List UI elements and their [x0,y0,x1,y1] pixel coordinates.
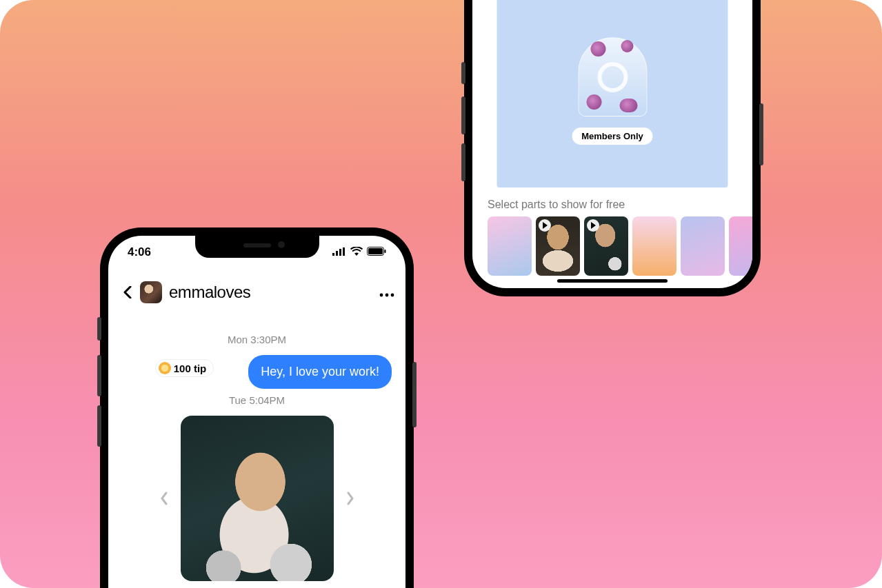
phone-side-button [759,103,763,165]
phone-side-button [97,355,101,396]
phone-side-button [461,97,465,134]
chat-timestamp: Mon 3:30PM [122,334,392,345]
wifi-icon [350,245,363,259]
svg-point-9 [391,294,394,297]
phone-screen: 4:06 emmaloves [108,236,405,588]
back-button[interactable] [119,284,136,301]
outgoing-message: Hey, I love your work! [248,355,392,389]
play-icon [539,219,551,232]
chat-timestamp: Tue 5:04PM [122,389,392,406]
select-parts-label: Select parts to show for free [488,199,625,211]
chat-header: emmaloves [108,274,405,310]
more-horizontal-icon [379,293,394,297]
svg-point-7 [380,294,383,297]
members-only-badge: Members Only [572,128,653,145]
cellular-icon [332,245,346,259]
thumbnail-item[interactable] [488,216,532,276]
battery-icon [367,245,386,259]
carousel-prev-button[interactable] [154,489,174,508]
chevron-left-icon [123,286,132,298]
thumbnail-item[interactable] [729,216,752,276]
media-carousel [122,416,392,581]
thumbnail-item[interactable] [584,216,628,276]
more-button[interactable] [379,283,394,301]
tip-badge: 100 tip [155,359,214,377]
play-icon [587,219,599,232]
svg-rect-5 [368,248,383,254]
tip-amount-label: 100 tip [174,363,207,374]
svg-rect-1 [336,251,338,256]
status-time: 4:06 [128,245,151,259]
thumbnail-item[interactable] [536,216,580,276]
phone-screen: Members Only Select parts to show for fr… [472,0,752,288]
carousel-next-button[interactable] [341,489,360,508]
svg-point-8 [385,294,389,297]
chat-body: Mon 3:30PM 100 tip Hey, I love your work… [108,313,405,588]
chevron-right-icon [346,491,354,505]
thumbnail-item[interactable] [681,216,725,276]
locked-art-icon [578,37,647,116]
svg-rect-0 [332,253,334,256]
phone-side-button [97,317,101,341]
home-indicator [557,279,668,283]
svg-rect-6 [385,250,386,253]
phone-content-picker: Members Only Select parts to show for fr… [464,0,761,296]
phone-chat: 4:06 emmaloves [100,227,414,588]
coin-icon [159,362,171,374]
phone-side-button [461,62,465,84]
chat-username[interactable]: emmaloves [169,283,250,302]
phone-side-button [412,362,417,427]
avatar[interactable] [140,281,162,303]
status-bar: 4:06 [108,245,405,259]
locked-content-card: Members Only [497,0,728,187]
thumbnail-strip [488,216,752,278]
phone-side-button [461,143,465,181]
thumbnail-item[interactable] [632,216,676,276]
promo-stage: Members Only Select parts to show for fr… [0,0,882,588]
chevron-left-icon [160,491,168,505]
media-image[interactable] [181,416,334,581]
svg-rect-3 [343,247,345,256]
svg-rect-2 [339,249,341,256]
phone-side-button [97,405,101,447]
